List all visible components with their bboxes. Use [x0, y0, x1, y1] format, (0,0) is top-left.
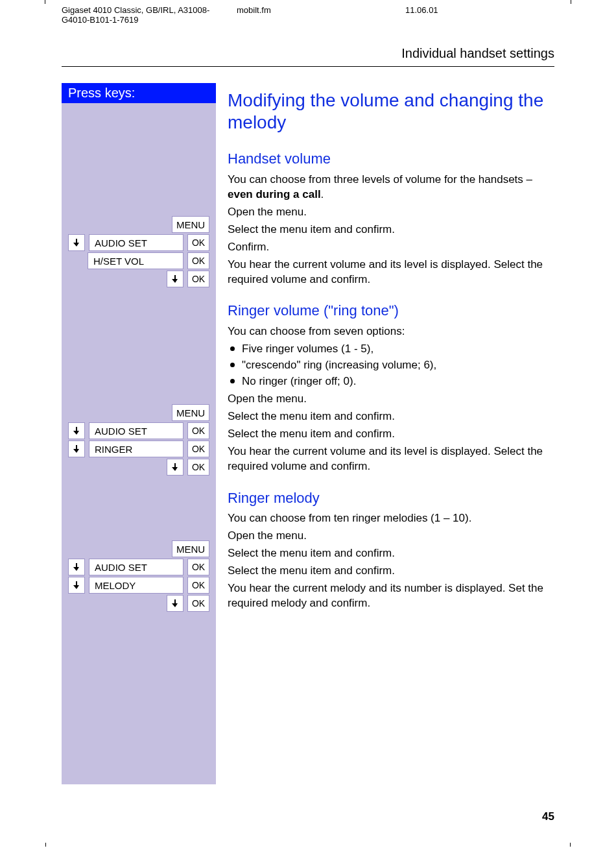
menu-key: MENU: [172, 216, 209, 233]
rm-step-melody: Select the menu item and confirm.: [228, 564, 554, 579]
rm-intro: You can choose from ten ringer melodies …: [228, 511, 554, 526]
ok-key: OK: [187, 441, 209, 457]
ok-key: OK: [187, 252, 209, 269]
menu-key: MENU: [172, 404, 209, 421]
menu-item-ringer: RINGER: [89, 441, 184, 457]
hv-step-hset: Confirm.: [228, 240, 554, 255]
ok-key: OK: [187, 234, 209, 251]
page: Gigaset 4010 Classic, GB/IRL, A31008-G40…: [62, 4, 554, 823]
rv-options: Five ringer volumes (1 - 5), "crescendo"…: [228, 342, 554, 389]
content-column: Modifying the volume and changing the me…: [228, 83, 554, 614]
hv-intro: You can choose from three levels of volu…: [228, 173, 554, 202]
heading-ringer-volume: Ringer volume ("ring tone"): [228, 301, 554, 320]
header-mid: mobilt.fm: [211, 5, 386, 25]
heading-main: Modifying the volume and changing the me…: [228, 90, 554, 133]
rv-step-menu: Open the menu.: [228, 392, 554, 407]
header-left: Gigaset 4010 Classic, GB/IRL, A31008-G40…: [62, 5, 211, 25]
press-keys-header: Press keys:: [62, 83, 216, 103]
rm-step-audio: Select the menu item and confirm.: [228, 546, 554, 561]
rv-step-audio: Select the menu item and confirm.: [228, 409, 554, 424]
rv-opt-3: No ringer (ringer off; 0).: [228, 374, 554, 389]
heading-handset-volume: Handset volume: [228, 149, 554, 169]
down-arrow-icon: [167, 595, 184, 612]
ok-key: OK: [187, 559, 209, 575]
rv-step-ringer: Select the menu item and confirm.: [228, 427, 554, 442]
header-right: 11.06.01: [386, 5, 554, 25]
down-arrow-icon: [167, 271, 184, 287]
ok-key: OK: [187, 577, 209, 594]
hv-step-menu: Open the menu.: [228, 205, 554, 220]
down-arrow-icon: [68, 422, 85, 439]
page-number: 45: [62, 810, 554, 823]
menu-item-audio-set: AUDIO SET: [89, 234, 184, 251]
down-arrow-icon: [167, 459, 184, 476]
rm-step-ok: You hear the current melody and its numb…: [228, 581, 554, 611]
rv-opt-2: "crescendo" ring (increasing volume; 6),: [228, 358, 554, 373]
rv-opt-1: Five ringer volumes (1 - 5),: [228, 342, 554, 357]
ok-key: OK: [187, 459, 209, 476]
down-arrow-icon: [68, 234, 85, 251]
section-title: Individual handset settings: [62, 30, 554, 67]
menu-key: MENU: [172, 540, 209, 557]
heading-ringer-melody: Ringer melody: [228, 489, 554, 508]
rv-intro: You can choose from seven options:: [228, 324, 554, 339]
down-arrow-icon: [68, 577, 85, 594]
ok-key: OK: [187, 422, 209, 439]
menu-item-melody: MELODY: [89, 577, 184, 594]
menu-item-audio-set: AUDIO SET: [89, 422, 184, 439]
ok-key: OK: [187, 595, 209, 612]
menu-item-audio-set: AUDIO SET: [89, 559, 184, 575]
rv-step-ok: You hear the current volume and its leve…: [228, 444, 554, 474]
hv-step-ok: You hear the current volume and its leve…: [228, 258, 554, 287]
doc-header: Gigaset 4010 Classic, GB/IRL, A31008-G40…: [62, 4, 554, 30]
menu-item-hset-vol: H/SET VOL: [88, 252, 184, 269]
rm-step-menu: Open the menu.: [228, 529, 554, 544]
down-arrow-icon: [68, 441, 85, 457]
down-arrow-icon: [68, 559, 85, 575]
hv-step-audio: Select the menu item and confirm.: [228, 223, 554, 237]
press-keys-body: MENU AUDIO SET OK H/SET VOL OK: [62, 103, 216, 784]
press-keys-column: Press keys: MENU AUDIO SET OK: [62, 83, 216, 784]
ok-key: OK: [187, 271, 209, 287]
